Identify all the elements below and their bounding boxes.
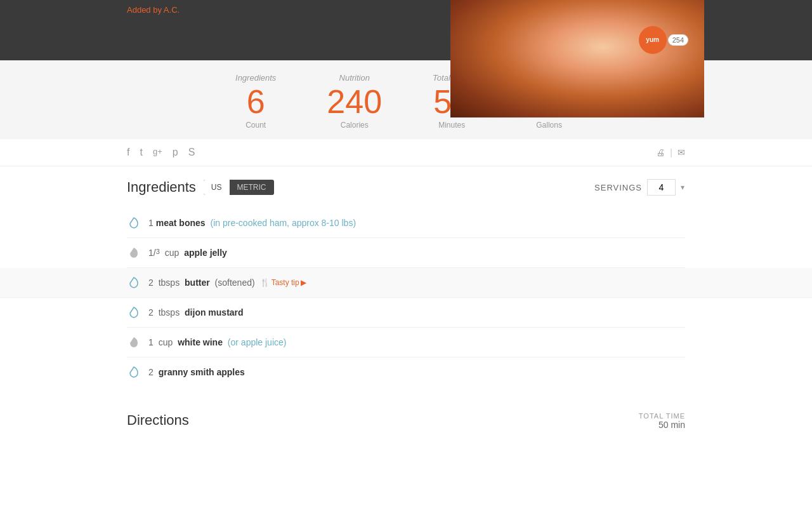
ing-unit: tbsps [159,277,182,288]
chevron-right-icon: ▶ [301,278,306,287]
stat-time-sublabel: Minutes [433,121,471,130]
ingredient-row: 2 tbsps dijon mustard [127,298,685,328]
tasty-tip[interactable]: 🍴 Tasty tip ▶ [260,278,306,287]
ing-name: butter [185,277,210,288]
unit-metric-button[interactable]: METRIC [230,180,274,195]
unit-toggle[interactable]: US METRIC [204,180,274,195]
ing-amount: 2 [148,277,156,288]
ing-name: meat bones [156,218,206,228]
twitter-icon[interactable]: t [140,147,142,158]
directions-section: Directions TOTAL TIME 50 min [0,399,812,443]
ing-note-softened: (softened) [213,277,255,288]
yum-badge[interactable]: yum 254 [639,26,688,54]
ing-name: dijon mustard [185,307,244,318]
drop-icon-gray [127,246,141,260]
ing-note: (or apple juice) [225,337,287,347]
social-right: 🖨 | ✉ [656,147,685,157]
total-time-label: TOTAL TIME [639,412,685,420]
stat-ingredients-label: Ingredients [235,73,276,83]
ing-note: (in pre-cooked ham, approx 8-10 lbs) [208,218,356,228]
yum-button[interactable]: yum [639,26,667,54]
servings-control: SERVINGS ▾ [594,179,685,196]
drop-icon-blue [127,305,141,319]
ingredient-row: 2 tbsps butter (softened) 🍴 Tasty tip ▶ [0,268,812,298]
mail-icon[interactable]: ✉ [678,147,685,157]
added-by-text: Added by A.C. [127,5,180,15]
fork-icon: 🍴 [260,278,270,287]
stat-nutrition-sublabel: Calories [327,121,382,130]
drop-icon-blue [127,216,141,230]
print-icon[interactable]: 🖨 [656,147,665,157]
ing-amount: 1 [148,337,156,347]
total-time-box: TOTAL TIME 50 min [639,412,685,430]
social-icons: f t g+ p S [127,147,195,158]
googleplus-icon[interactable]: g+ [153,147,162,158]
ing-name: granny smith apples [159,367,245,377]
servings-label: SERVINGS [594,183,642,192]
ingredients-header: Ingredients US METRIC SERVINGS ▾ [127,179,685,196]
ing-amount: 2 [148,307,156,318]
social-bar: f t g+ p S 🖨 | ✉ [0,139,812,166]
ing-name: white wine [178,337,223,347]
ingredient-row: 2 granny smith apples [127,358,685,387]
total-time-value: 50 min [639,420,685,430]
yum-count: 254 [668,34,688,46]
food-image [450,0,704,117]
ingredients-title: Ingredients [127,179,196,196]
added-by-user: A.C. [164,5,180,15]
drop-icon-gray [127,335,141,349]
ingredient-row: 1 cup white wine (or apple juice) [127,328,685,358]
ingredient-row: 1 meat bones (in pre-cooked ham, approx … [127,208,685,238]
stat-water-sublabel: Gallons [521,121,577,130]
servings-input[interactable] [647,179,676,196]
directions-title: Directions [127,412,189,429]
ing-amount: 2 [148,367,156,377]
stat-nutrition-label: Nutrition [327,73,382,83]
divider: | [670,147,672,157]
stat-nutrition: Nutrition 240 Calories [327,73,382,130]
ing-unit: cup [165,248,181,258]
drop-icon-blue [127,365,141,379]
stat-ingredients-sublabel: Count [235,121,276,130]
ing-amount: 1 [148,218,154,228]
facebook-icon[interactable]: f [127,147,129,158]
ingredients-header-left: Ingredients US METRIC [127,179,274,196]
ing-name: apple jelly [184,248,227,258]
stat-ingredients: Ingredients 6 Count [235,73,276,130]
ingredients-section: Ingredients US METRIC SERVINGS ▾ 1 meat … [0,166,812,399]
top-bar: Added by A.C. yum 254 [0,0,812,60]
ing-unit: tbsps [159,307,182,318]
stat-nutrition-value: 240 [327,85,382,118]
ingredient-row: 1/3 cup apple jelly [127,238,685,268]
ing-unit: cup [159,337,175,347]
stumbleupon-icon[interactable]: S [188,147,195,158]
unit-us-button[interactable]: US [204,180,230,195]
pinterest-icon[interactable]: p [173,147,178,158]
ing-amount: 1/3 [148,248,162,258]
drop-icon-blue [127,276,141,290]
stat-ingredients-value: 6 [235,85,276,118]
servings-arrow[interactable]: ▾ [681,183,685,192]
